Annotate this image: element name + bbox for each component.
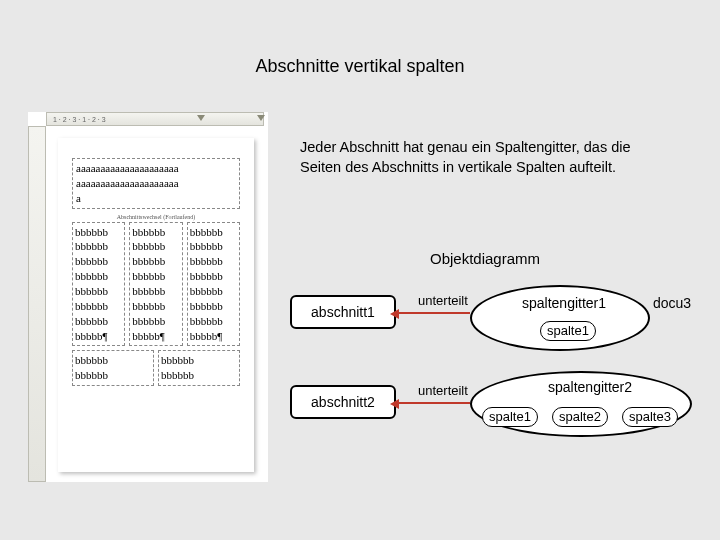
ruler-vertical [28,126,46,482]
tab-stop-icon [257,115,265,124]
arrow-1 [398,312,470,314]
spaltengitter1-label: spaltengitter1 [522,295,606,311]
text-line: bbbbbb [132,225,179,240]
column-box: bbbbbb bbbbbb [158,350,240,386]
text-line: bbbbbb [190,314,237,329]
spalte1-pill-bot: spalte1 [482,407,538,427]
two-column-layout: bbbbbb bbbbbb bbbbbb bbbbbb [72,350,240,386]
column-box: bbbbbb bbbbbb bbbbbb bbbbbb bbbbbb bbbbb… [187,222,240,347]
text-line: bbbbbb [75,225,122,240]
text-line: bbbbbb [132,254,179,269]
spalte3-pill: spalte3 [622,407,678,427]
abschnitt2-node: abschnitt2 [290,385,396,419]
abschnitt1-text: abschnitt1 [311,304,375,320]
text-line: bbbbbb [75,269,122,284]
text-line: bbbbbb [132,269,179,284]
text-line: bbbbbb [75,299,122,314]
text-line: bbbbbb [190,239,237,254]
document-preview: 1 · 2 · 3 · 1 · 2 · 3 aaaaaaaaaaaaaaaaaa… [28,112,268,482]
text-line: bbbbbb [161,353,237,368]
text-line: bbbbbb [75,314,122,329]
column-box: bbbbbb bbbbbb bbbbbb bbbbbb bbbbbb bbbbb… [129,222,182,347]
section-break-caption: Abschnittswechsel (Fortlaufend) [72,213,240,221]
text-line: bbbbbb [132,239,179,254]
text-line: bbbbb¶ [75,329,122,344]
column-box: bbbbbb bbbbbb [72,350,154,386]
text-line: bbbbbb [190,269,237,284]
section-a-box: aaaaaaaaaaaaaaaaaaaaa aaaaaaaaaaaaaaaaaa… [72,158,240,209]
text-line: bbbbbb [75,368,151,383]
text-line: bbbbbb [75,254,122,269]
text-line: bbbbb¶ [132,329,179,344]
text-line: bbbbbb [190,299,237,314]
diagram-title: Objektdiagramm [300,250,670,267]
text-line: bbbbb¶ [190,329,237,344]
abschnitt2-text: abschnitt2 [311,394,375,410]
edge-unterteilt-1: unterteilt [418,293,468,308]
spaltengitter2-label: spaltengitter2 [548,379,632,395]
text-line: aaaaaaaaaaaaaaaaaaaaa [76,176,236,191]
text-line: bbbbbb [75,353,151,368]
docu3-label: docu3 [653,295,691,311]
text-line: bbbbbb [132,299,179,314]
text-line: bbbbbb [190,254,237,269]
text-line: bbbbbb [190,225,237,240]
text-line: bbbbbb [75,239,122,254]
column-box: bbbbbb bbbbbb bbbbbb bbbbbb bbbbbb bbbbb… [72,222,125,347]
abschnitt1-node: abschnitt1 [290,295,396,329]
object-diagram: spaltengitter1 spalte1 docu3 abschnitt1 … [290,285,695,465]
text-line: a [76,191,236,206]
three-column-layout: bbbbbb bbbbbb bbbbbb bbbbbb bbbbbb bbbbb… [72,222,240,347]
document-page: aaaaaaaaaaaaaaaaaaaaa aaaaaaaaaaaaaaaaaa… [58,138,254,472]
ruler-horizontal: 1 · 2 · 3 · 1 · 2 · 3 [46,112,264,126]
text-line: bbbbbb [161,368,237,383]
text-line: bbbbbb [75,284,122,299]
tab-stop-icon [197,115,205,124]
arrow-2 [398,402,470,404]
spalte1-pill-top: spalte1 [540,321,596,341]
description-text: Jeder Abschnitt hat genau ein Spaltengit… [300,138,670,177]
slide-title: Abschnitte vertikal spalten [0,56,720,77]
text-line: bbbbbb [132,314,179,329]
edge-unterteilt-2: unterteilt [418,383,468,398]
ruler-markers: 1 · 2 · 3 · 1 · 2 · 3 [53,116,106,123]
spalte2-pill: spalte2 [552,407,608,427]
text-line: bbbbbb [132,284,179,299]
text-line: bbbbbb [190,284,237,299]
text-line: aaaaaaaaaaaaaaaaaaaaa [76,161,236,176]
